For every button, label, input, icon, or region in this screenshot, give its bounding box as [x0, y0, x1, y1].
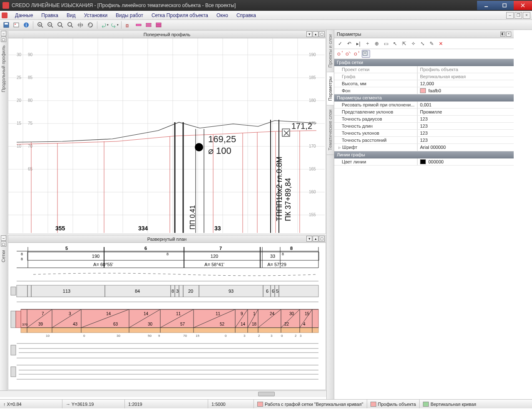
pg-font-val[interactable]: Arial 000000	[418, 144, 514, 151]
status-scale-2[interactable]: 1:5000	[208, 400, 254, 408]
pointer-icon[interactable]: ↖	[392, 40, 398, 47]
pg-prec-rad-val[interactable]: 123	[418, 116, 514, 122]
menu-profile-grid[interactable]: Сетка Профиля объекта	[147, 12, 212, 19]
pg-prec-slope: Точность уклонов	[334, 130, 418, 136]
mdi-close-button[interactable]: ×	[523, 12, 530, 19]
panel-close-button[interactable]: ×	[506, 32, 511, 37]
crosshair-icon[interactable]: ⊕	[373, 40, 380, 47]
svg-text:84: 84	[135, 289, 140, 294]
pg-bg-val[interactable]: faafb0	[418, 87, 514, 94]
plan-view-max-button[interactable]: ▢	[319, 236, 325, 242]
del-point-icon[interactable]: ×	[353, 50, 359, 57]
view-expand-button[interactable]: ▢	[1, 37, 6, 42]
plan-canvas[interactable]: 5 6 7 8	[8, 243, 326, 390]
svg-text:8: 8	[282, 252, 284, 256]
redo-icon[interactable]: ▾	[110, 21, 119, 29]
refresh-icon[interactable]	[86, 21, 95, 29]
pg-draw-straight-val[interactable]: 0,001	[418, 101, 514, 108]
profile-view-max-button[interactable]: ▢	[319, 31, 325, 37]
zoom-in-icon[interactable]: +	[36, 21, 45, 29]
window-close-button[interactable]	[514, 1, 532, 10]
save-icon[interactable]	[2, 21, 11, 29]
profile-canvas[interactable]: 3090 2585 2080 1575 1070 65 190185180 17…	[8, 38, 326, 234]
pg-header-2[interactable]: Параметры сегмента	[334, 94, 514, 101]
window-minimize-button[interactable]	[477, 1, 495, 10]
svg-text:180: 180	[309, 98, 316, 103]
plus-icon[interactable]: ＋	[364, 40, 371, 47]
pg-prec-len-val[interactable]: 123	[418, 123, 514, 129]
svg-text:6: 6	[266, 289, 268, 294]
plan-view-menu-button[interactable]: ▾	[306, 236, 312, 242]
tab-projects-layers[interactable]: Проекты и слои	[327, 30, 334, 72]
pg-slope-repr: Представление уклонов	[334, 109, 418, 115]
menu-data[interactable]: Данные	[11, 12, 37, 19]
next-icon[interactable]: ▸|	[355, 40, 362, 47]
profile-view-up-button[interactable]: ▴	[313, 31, 318, 37]
pg-header-1[interactable]: Графа сетки	[334, 59, 514, 66]
pg-prec-slope-val[interactable]: 123	[418, 130, 514, 136]
undo-icon[interactable]: ↶	[346, 40, 353, 47]
svg-point-16	[58, 22, 62, 26]
pointer2-icon[interactable]: ⇱	[401, 40, 408, 47]
pg-line-color-val[interactable]: 000000	[418, 158, 514, 165]
layer-icon	[423, 402, 429, 407]
plan-view-up-button[interactable]: ▴	[313, 236, 318, 242]
pg-header-3[interactable]: Линии графы	[334, 151, 514, 158]
zoom-out-icon[interactable]: −	[46, 21, 55, 29]
tab-parameters[interactable]: Параметры	[327, 72, 334, 106]
horizontal-scrollbar[interactable]	[0, 390, 326, 397]
svg-text:50: 50	[148, 334, 152, 338]
pg-prec-dist-val[interactable]: 123	[418, 137, 514, 143]
svg-text:11: 11	[176, 311, 181, 316]
zoom-fit-icon[interactable]	[66, 21, 75, 29]
menu-worktypes[interactable]: Виды работ	[112, 12, 147, 19]
svg-rect-144	[21, 328, 318, 333]
menu-window[interactable]: Окно	[212, 12, 232, 19]
svg-text:0: 0	[281, 334, 283, 338]
info-icon[interactable]: i	[22, 21, 31, 29]
layer1-icon[interactable]	[134, 21, 143, 29]
pg-slope-repr-val[interactable]: Промилле	[418, 109, 514, 115]
home-icon[interactable]: 0	[124, 21, 133, 29]
apply-icon[interactable]: ✓	[337, 40, 343, 47]
window-maximize-button[interactable]	[495, 1, 514, 10]
pg-height-val[interactable]: 12,000	[418, 80, 514, 87]
tab-thematic-layers[interactable]: Тематические слои	[327, 105, 334, 155]
swatch-line	[420, 159, 426, 164]
status-scale-1[interactable]: 1:2019	[125, 400, 208, 408]
pg-font[interactable]: ▹ Шрифт	[334, 144, 418, 151]
rect-icon[interactable]: ▭	[383, 40, 389, 47]
layer3-icon[interactable]	[154, 21, 163, 29]
doc-icon	[2, 12, 7, 18]
pan-icon[interactable]	[76, 21, 85, 29]
menu-edit[interactable]: Правка	[37, 12, 62, 19]
view-collapse-button[interactable]: –	[1, 31, 6, 36]
undo-icon[interactable]: ▾	[100, 21, 109, 29]
svg-rect-7	[15, 24, 16, 25]
menu-view[interactable]: Вид	[62, 12, 80, 19]
pen-icon[interactable]: ✎	[428, 40, 435, 47]
zoom-window-icon[interactable]	[56, 21, 65, 29]
scrollbar-thumb[interactable]	[258, 392, 275, 396]
menu-help[interactable]: Справка	[232, 12, 260, 19]
add-point-icon[interactable]: +	[337, 50, 343, 57]
menu-settings[interactable]: Установки	[80, 12, 112, 19]
svg-text:14: 14	[144, 311, 149, 316]
plan-collapse-button[interactable]: –	[1, 235, 6, 241]
svg-text:i: i	[26, 23, 27, 27]
panel-pin-button[interactable]: ◧	[500, 32, 505, 37]
layer2-icon[interactable]	[144, 21, 153, 29]
mdi-restore-button[interactable]: ❐	[515, 12, 522, 19]
pg-prec-dist: Точность расстояний	[334, 137, 418, 143]
profile-view-menu-button[interactable]: ▾	[306, 31, 312, 37]
svg-text:ПП 0.41: ПП 0.41	[189, 205, 196, 230]
spark-icon[interactable]: ✧	[410, 40, 417, 47]
properties-icon[interactable]	[362, 50, 370, 58]
mdi-minimize-button[interactable]: –	[506, 12, 514, 19]
plan-expand-button[interactable]: ▢	[1, 241, 6, 247]
edit-point-icon[interactable]	[345, 50, 351, 57]
settings-icon[interactable]	[12, 21, 21, 29]
cancel-icon[interactable]: ✕	[438, 40, 444, 47]
snap-icon[interactable]: ⤡	[419, 40, 426, 47]
svg-text:43: 43	[73, 322, 78, 326]
